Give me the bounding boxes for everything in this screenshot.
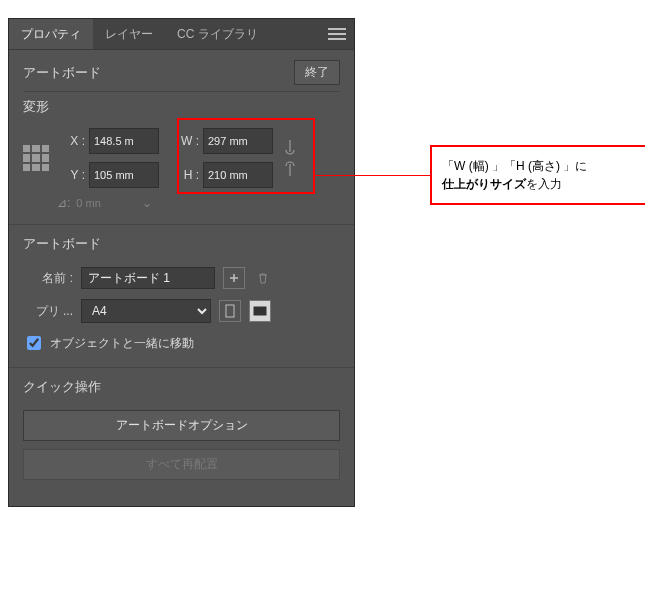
constrain-proportions-icon[interactable] bbox=[283, 136, 297, 180]
move-with-objects-label: オブジェクトと一緒に移動 bbox=[50, 335, 194, 352]
callout-bold: 仕上がりサイズ bbox=[442, 177, 526, 191]
callout-leader-line bbox=[314, 175, 430, 176]
orientation-portrait-button[interactable] bbox=[219, 300, 241, 322]
artboard-header: アートボード 終了 bbox=[9, 50, 354, 91]
trash-icon bbox=[256, 271, 270, 285]
tab-layers[interactable]: レイヤー bbox=[93, 19, 165, 49]
panel-menu-icon[interactable] bbox=[328, 25, 346, 43]
panel-tabs: プロパティ レイヤー CC ライブラリ bbox=[9, 19, 354, 50]
orientation-landscape-button[interactable] bbox=[249, 300, 271, 322]
svg-rect-0 bbox=[226, 305, 234, 317]
plus-icon bbox=[228, 272, 240, 284]
preset-label: プリ ... bbox=[23, 303, 73, 320]
w-label: W : bbox=[173, 134, 199, 148]
annotation-callout: 「W (幅) 」「H (高さ) 」に 仕上がりサイズを入力 bbox=[430, 145, 645, 205]
artboard-section: アートボード 名前 : プリ ... A4 オブジェクトと bbox=[9, 225, 354, 368]
tab-cc-libraries[interactable]: CC ライブラリ bbox=[165, 19, 270, 49]
artboard-name-input[interactable] bbox=[81, 267, 215, 289]
artboard-section-title: アートボード bbox=[23, 235, 340, 253]
rotate-label: ⊿: bbox=[57, 196, 70, 210]
delete-artboard-button[interactable] bbox=[253, 268, 273, 288]
move-with-objects-checkbox[interactable] bbox=[27, 336, 41, 350]
properties-panel: プロパティ レイヤー CC ライブラリ アートボード 終了 変形 X : bbox=[8, 18, 355, 507]
redistribute-all-button: すべて再配置 bbox=[23, 449, 340, 480]
landscape-icon bbox=[253, 306, 267, 316]
artboard-preset-select[interactable]: A4 bbox=[81, 299, 211, 323]
reference-point-grid[interactable] bbox=[23, 145, 49, 171]
tab-properties[interactable]: プロパティ bbox=[9, 19, 93, 49]
w-input[interactable] bbox=[203, 128, 273, 154]
transform-section: 変形 X : Y : W : bbox=[9, 92, 354, 225]
transform-title: 変形 bbox=[23, 98, 340, 116]
new-artboard-button[interactable] bbox=[223, 267, 245, 289]
y-label: Y : bbox=[59, 168, 85, 182]
rotate-input[interactable]: 0 mn bbox=[76, 197, 136, 209]
y-input[interactable] bbox=[89, 162, 159, 188]
callout-line1: 「W (幅) 」「H (高さ) 」に bbox=[442, 157, 636, 175]
h-label: H : bbox=[173, 168, 199, 182]
quick-actions-title: クイック操作 bbox=[23, 378, 340, 396]
x-input[interactable] bbox=[89, 128, 159, 154]
svg-rect-1 bbox=[254, 307, 266, 315]
h-input[interactable] bbox=[203, 162, 273, 188]
quick-actions-section: クイック操作 アートボードオプション すべて再配置 bbox=[9, 368, 354, 506]
artboard-options-button[interactable]: アートボードオプション bbox=[23, 410, 340, 441]
chevron-down-icon[interactable]: ⌄ bbox=[142, 196, 152, 210]
name-label: 名前 : bbox=[23, 270, 73, 287]
finish-button[interactable]: 終了 bbox=[294, 60, 340, 85]
callout-line2-post: を入力 bbox=[526, 177, 562, 191]
portrait-icon bbox=[225, 304, 235, 318]
artboard-title: アートボード bbox=[23, 64, 101, 82]
x-label: X : bbox=[59, 134, 85, 148]
